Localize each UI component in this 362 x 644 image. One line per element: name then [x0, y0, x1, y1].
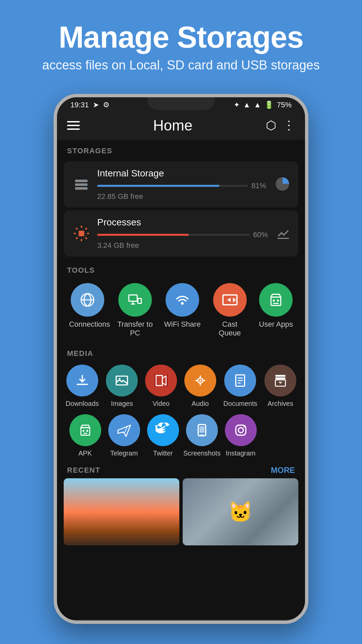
twitter-label: Twitter — [153, 449, 173, 457]
processes-icon — [72, 224, 90, 243]
internal-storage-chart-icon — [275, 176, 290, 193]
svg-point-15 — [273, 300, 275, 302]
documents-item[interactable]: Documents — [223, 365, 257, 408]
svg-point-16 — [277, 300, 279, 302]
archives-label: Archives — [267, 400, 293, 408]
svg-point-12 — [181, 302, 184, 305]
telegram-label: Telegram — [110, 449, 138, 457]
internal-storage-free: 22.85 GB free — [97, 192, 268, 201]
audio-label: Audio — [192, 400, 209, 408]
internal-storage-icon — [72, 175, 90, 194]
phone-frame: 19:31 ➤ ⚙ ✦ ▲ ▲ 🔋 75% Home ⬡ ⋮ — [54, 94, 308, 624]
page-title: Manage Storages — [0, 20, 362, 55]
images-label: Images — [111, 400, 133, 408]
connections-item[interactable]: Connections — [69, 283, 106, 337]
signal-icon: ▲ — [254, 101, 261, 109]
svg-rect-35 — [199, 426, 204, 433]
svg-point-5 — [85, 187, 86, 189]
battery-icon: 🔋 — [264, 101, 274, 109]
cast-queue-label: Cast Queue — [212, 320, 248, 337]
app-bar-title: Home — [153, 117, 192, 134]
svg-rect-30 — [81, 428, 89, 435]
processes-free: 3.24 GB free — [97, 241, 270, 250]
screen-content: STORAGES Internal Storage — [57, 140, 305, 620]
svg-point-31 — [82, 430, 84, 432]
recent-image-1[interactable] — [64, 478, 179, 545]
recent-header: RECENT MORE — [57, 461, 305, 478]
video-item[interactable]: Video — [145, 365, 177, 408]
svg-point-4 — [85, 184, 86, 185]
svg-rect-20 — [167, 374, 167, 387]
navigation-icon: ➤ — [93, 101, 99, 109]
svg-rect-34 — [200, 435, 203, 436]
notch — [147, 97, 215, 110]
svg-rect-19 — [155, 374, 156, 387]
storages-section-label: STORAGES — [57, 140, 305, 159]
images-item[interactable]: Images — [106, 365, 138, 408]
internal-storage-percent: 81% — [251, 181, 268, 190]
status-time: 19:31 — [70, 101, 89, 109]
internal-storage-name: Internal Storage — [97, 168, 268, 179]
recent-images: 🐱 — [57, 478, 305, 545]
recent-image-2[interactable]: 🐱 — [183, 478, 298, 545]
bluetooth-icon: ✦ — [234, 101, 240, 109]
tools-grid: Connections Transfer to PC — [57, 278, 305, 342]
svg-point-22 — [199, 380, 201, 382]
recent-label: RECENT — [67, 466, 100, 475]
svg-rect-28 — [276, 377, 286, 379]
instagram-item[interactable]: Instagram — [223, 414, 259, 457]
svg-point-38 — [243, 426, 245, 428]
more-options-icon[interactable]: ⋮ — [283, 118, 295, 132]
telegram-item[interactable]: Telegram — [106, 414, 142, 457]
instagram-label: Instagram — [226, 449, 256, 457]
svg-rect-27 — [276, 375, 286, 377]
video-label: Video — [153, 400, 170, 408]
page-background: Manage Storages access files on Local, S… — [0, 0, 362, 72]
downloads-label: Downloads — [66, 400, 99, 408]
svg-point-37 — [238, 428, 243, 433]
processes-chart-icon — [277, 226, 290, 241]
svg-rect-6 — [78, 231, 84, 236]
twitter-item[interactable]: Twitter — [145, 414, 181, 457]
app-bar: Home ⬡ ⋮ — [57, 111, 305, 140]
media-row-1: Downloads Images — [57, 361, 305, 411]
media-row-2: APK Telegram — [57, 411, 305, 461]
wifi-share-label: WiFi Share — [164, 320, 201, 329]
svg-point-3 — [85, 180, 86, 181]
svg-rect-14 — [271, 297, 281, 306]
cast-icon[interactable]: ⬡ — [266, 118, 276, 132]
more-button[interactable]: MORE — [271, 466, 295, 475]
transfer-to-pc-item[interactable]: Transfer to PC — [117, 283, 154, 337]
page-header: Manage Storages access files on Local, S… — [0, 0, 362, 72]
downloads-item[interactable]: Downloads — [66, 365, 99, 408]
transfer-to-pc-label: Transfer to PC — [117, 320, 154, 337]
screenshots-label: Screenshots — [183, 449, 220, 457]
media-section-label: MEDIA — [57, 342, 305, 361]
internal-storage-card[interactable]: Internal Storage 81% 22.85 GB free — [64, 161, 298, 208]
svg-rect-11 — [138, 299, 141, 304]
apk-label: APK — [78, 449, 92, 457]
svg-point-32 — [86, 430, 88, 432]
user-apps-label: User Apps — [259, 320, 293, 329]
apk-item[interactable]: APK — [67, 414, 103, 457]
archives-item[interactable]: Archives — [264, 365, 296, 408]
user-apps-item[interactable]: User Apps — [259, 283, 293, 337]
tools-section-label: TOOLS — [57, 259, 305, 278]
wifi-share-item[interactable]: WiFi Share — [164, 283, 201, 337]
processes-name: Processes — [97, 217, 270, 228]
screenshots-item[interactable]: Screenshots — [184, 414, 220, 457]
wifi-icon: ▲ — [243, 101, 250, 109]
audio-item[interactable]: Audio — [184, 365, 216, 408]
processes-percent: 60% — [253, 230, 270, 239]
cast-queue-item[interactable]: Cast Queue — [212, 283, 248, 337]
svg-rect-8 — [129, 295, 137, 301]
processes-card[interactable]: Processes 60% 3.24 GB free — [64, 210, 298, 257]
hamburger-button[interactable] — [67, 121, 80, 130]
page-subtitle: access files on Local, SD card and USB s… — [0, 58, 362, 72]
connections-label: Connections — [69, 320, 106, 329]
settings-icon: ⚙ — [103, 101, 110, 109]
battery-percent: 75% — [277, 101, 292, 109]
documents-label: Documents — [223, 400, 257, 408]
